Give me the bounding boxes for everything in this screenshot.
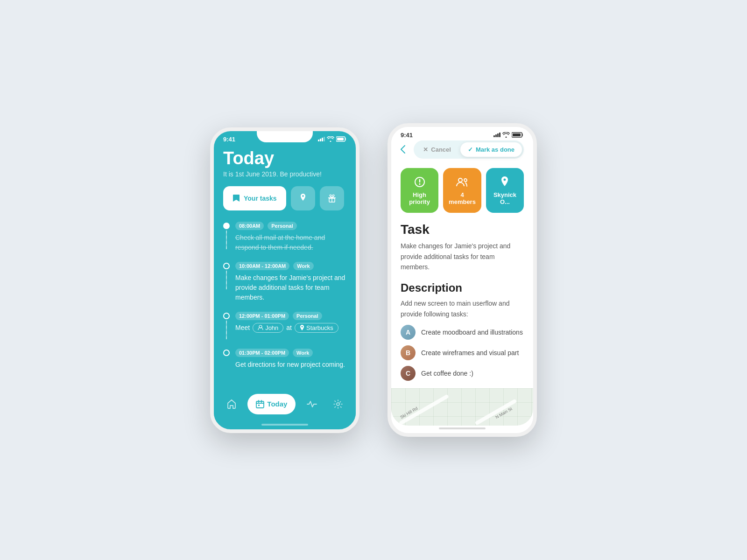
tab-your-tasks[interactable]: Your tasks (223, 186, 286, 210)
priority-card[interactable]: High priority (401, 168, 438, 213)
back-icon (401, 145, 405, 154)
pulse-nav-icon (307, 400, 317, 408)
back-button[interactable] (401, 145, 405, 154)
gift-tab-icon (328, 194, 336, 203)
timeline-meta-1: 08:00AM Personal (235, 222, 346, 230)
task-description: Make changes for Jamie's project and pro… (401, 241, 524, 272)
subtask-text-3: Get coffee done :) (421, 370, 473, 377)
timeline-meta-4: 01:30PM - 02:00PM Work (235, 349, 346, 357)
phone-2: 9:41 (388, 123, 537, 437)
time-2: 10:00AM - 12:00AM (235, 262, 289, 270)
signal-bar-p2-4 (499, 133, 500, 137)
phone-2-main: ✕ Cancel ✓ Mark as done High priority (391, 140, 533, 426)
bookmark-icon (233, 194, 240, 203)
wifi-icon-1 (327, 136, 334, 142)
tag-3: Personal (293, 312, 322, 320)
subtask-avatar-3: C (401, 366, 416, 381)
time-display-2: 9:41 (401, 132, 413, 139)
description-section: Description Add new screen to main userf… (401, 281, 524, 381)
subtask-text-2: Create wireframes and visual part (421, 349, 519, 357)
timeline-dot-3 (223, 313, 230, 319)
timeline: 08:00AM Personal Check all mail at the h… (223, 222, 346, 370)
timeline-text-1: Check all mail at the home and respond t… (235, 233, 346, 252)
avatar-3: C (401, 366, 416, 381)
top-tabs: Your tasks (223, 186, 346, 210)
subtask-avatar-1: A (401, 325, 416, 340)
location-pin-icon (500, 176, 509, 188)
tab-location[interactable] (291, 186, 315, 210)
action-bar: ✕ Cancel ✓ Mark as done (401, 140, 524, 159)
timeline-content-1: 08:00AM Personal Check all mail at the h… (235, 222, 346, 252)
location-card[interactable]: Skynick O... (486, 168, 524, 213)
dot-col-3 (223, 313, 230, 339)
cancel-button[interactable]: ✕ Cancel (416, 142, 458, 157)
info-cards: High priority 4 members (401, 168, 524, 213)
nav-home[interactable] (221, 394, 242, 414)
svg-rect-7 (256, 401, 264, 408)
home-nav-icon (226, 399, 237, 409)
avatar-1: A (401, 325, 416, 340)
nav-settings[interactable] (328, 394, 348, 414)
signal-bar-p2-2 (495, 134, 497, 137)
members-card[interactable]: 4 members (443, 168, 481, 213)
timeline-content-4: 01:30PM - 02:00PM Work Get directions fo… (235, 349, 346, 370)
page-subtitle-1: It is 1st June 2019. Be productive! (223, 170, 346, 178)
nav-today[interactable]: Today (247, 394, 296, 414)
signal-bar-4 (324, 137, 325, 141)
signal-bar-2 (320, 139, 321, 141)
battery-icon-1 (336, 136, 346, 142)
timeline-text-4: Get directions for new project coming. (235, 360, 346, 370)
timeline-dot-1 (223, 223, 230, 229)
place-icon (300, 325, 304, 330)
signal-bars-2 (493, 133, 500, 137)
svg-rect-1 (337, 138, 344, 140)
meet-at: at (286, 324, 292, 331)
meet-place-name: Starbucks (306, 324, 333, 331)
timeline-line-2 (226, 271, 227, 289)
svg-point-14 (464, 179, 467, 182)
tab-gift[interactable] (320, 186, 344, 210)
signal-bars-1 (318, 137, 325, 141)
meet-place-chip[interactable]: Starbucks (295, 323, 338, 333)
meet-row: Meet John at (235, 323, 346, 333)
members-icon (456, 175, 469, 188)
task-title: Task (401, 222, 524, 237)
location-tab-icon (299, 194, 307, 203)
timeline-meta-2: 10:00AM - 12:00AM Work (235, 262, 346, 270)
signal-bar-p2-1 (493, 135, 495, 137)
signal-bar-1 (318, 140, 319, 141)
timeline-meta-3: 12:00PM - 01:00PM Personal (235, 312, 346, 320)
timeline-item-4: 01:30PM - 02:00PM Work Get directions fo… (223, 349, 346, 370)
nav-today-label: Today (267, 400, 287, 408)
task-section: Task Make changes for Jamie's project an… (401, 222, 524, 272)
status-icons-1 (318, 136, 346, 142)
subtask-avatar-2: B (401, 345, 416, 360)
mark-done-button[interactable]: ✓ Mark as done (460, 142, 522, 157)
people-icon (456, 177, 469, 187)
calendar-nav-icon (256, 400, 264, 408)
done-icon: ✓ (468, 146, 473, 153)
timeline-line-1 (226, 231, 227, 249)
map-area: Ski Hill Rd N Main St (391, 388, 533, 426)
subtask-1: A Create moodboard and illustrations (401, 325, 524, 340)
signal-bar-3 (322, 138, 323, 141)
time-3: 12:00PM - 01:00PM (235, 312, 289, 320)
description-title: Description (401, 281, 524, 294)
meet-person-chip[interactable]: John (253, 323, 283, 333)
tag-1: Personal (268, 222, 296, 230)
meet-text: Meet (235, 324, 250, 331)
time-4: 01:30PM - 02:00PM (235, 349, 289, 357)
timeline-item-2[interactable]: 10:00AM - 12:00AM Work Make changes for … (223, 262, 346, 302)
location-card-label: Skynick O... (492, 191, 518, 205)
wifi-icon-2 (502, 132, 510, 138)
home-indicator-2 (439, 427, 486, 429)
bottom-nav-1: Today (214, 388, 356, 422)
nav-pulse[interactable] (302, 394, 322, 414)
tag-2: Work (293, 262, 313, 270)
phone-1: 9:41 Today It is 1st June (210, 127, 359, 433)
alert-circle-icon (414, 176, 425, 188)
settings-nav-icon (333, 399, 343, 409)
timeline-line-3 (226, 321, 227, 339)
cancel-label: Cancel (431, 146, 451, 153)
timeline-item-1: 08:00AM Personal Check all mail at the h… (223, 222, 346, 252)
